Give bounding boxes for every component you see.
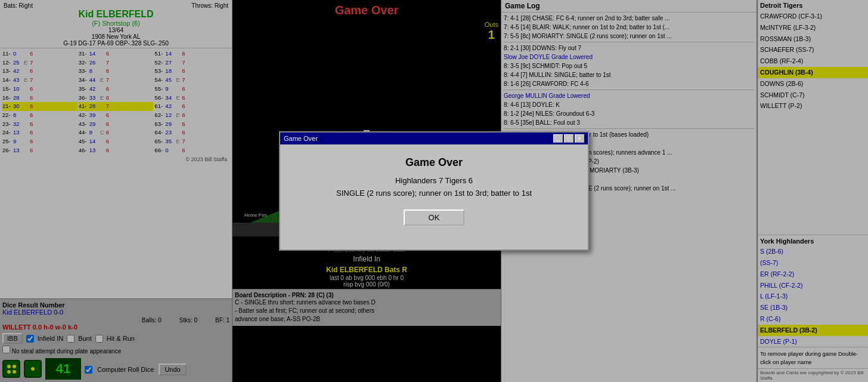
modal-score-text: Highlanders 7 Tigers 6 bbox=[292, 176, 576, 185]
modal-maximize-btn[interactable]: □ bbox=[564, 134, 574, 143]
modal-titlebar-controls: _ □ × bbox=[553, 134, 584, 143]
modal-minimize-btn[interactable]: _ bbox=[553, 134, 563, 143]
modal-result-text: SINGLE (2 runs score); runner on 1st to … bbox=[292, 189, 576, 198]
modal-titlebar: Game Over _ □ × bbox=[280, 133, 588, 144]
modal-window: Game Over _ □ × Game Over Highlanders 7 … bbox=[279, 131, 589, 251]
modal-overlay: Game Over _ □ × Game Over Highlanders 7 … bbox=[0, 0, 868, 382]
modal-close-btn[interactable]: × bbox=[575, 134, 584, 143]
modal-titlebar-label: Game Over bbox=[284, 135, 318, 142]
modal-ok-button[interactable]: OK bbox=[404, 210, 465, 226]
modal-body: Game Over Highlanders 7 Tigers 6 SINGLE … bbox=[280, 144, 588, 232]
modal-title-text: Game Over bbox=[292, 156, 576, 169]
